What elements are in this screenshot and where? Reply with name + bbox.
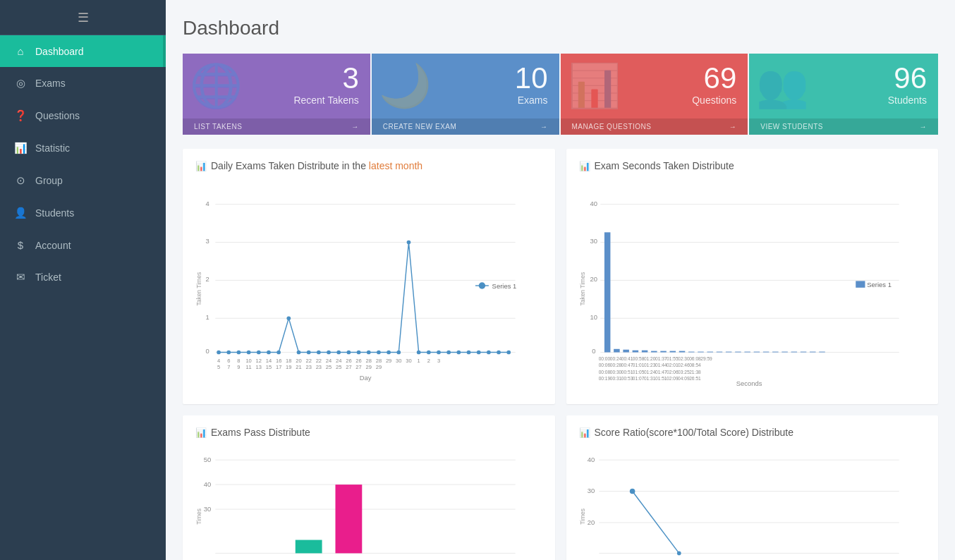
svg-point-40 — [506, 351, 511, 355]
chart-title-seconds: 📊 Exam Seconds Taken Distribute — [579, 160, 926, 171]
svg-text:30: 30 — [406, 358, 411, 364]
sidebar-nav: ⌂ Dashboard ◎ Exams ❓ Questions 📊 Statis… — [0, 35, 166, 293]
arrow-icon: → — [729, 123, 737, 130]
svg-text:Times: Times — [195, 509, 202, 525]
chart-row-1: 📊 Daily Exams Taken Distribute in the la… — [183, 149, 938, 404]
students-icon: 👤 — [14, 207, 27, 219]
chart-title-pass: 📊 Exams Pass Distribute — [195, 427, 542, 438]
svg-rect-101 — [651, 351, 657, 353]
svg-text:2: 2 — [427, 358, 430, 364]
svg-point-24 — [347, 351, 351, 355]
sidebar-item-group[interactable]: ⊙ Group — [0, 164, 166, 197]
sidebar: ☰ ⌂ Dashboard ◎ Exams ❓ Questions 📊 Stat… — [0, 0, 166, 560]
svg-text:00:58: 00:58 — [632, 356, 644, 361]
score-ratio-svg: 40 30 20 Times — [579, 446, 926, 560]
svg-text:01:37: 01:37 — [655, 356, 667, 361]
sidebar-item-account[interactable]: $ Account — [0, 229, 166, 261]
stat-card-students[interactable]: 👥 96 Students VIEW STUDENTS → — [749, 54, 938, 135]
sidebar-item-label: Dashboard — [35, 46, 84, 57]
svg-text:14: 14 — [266, 358, 272, 364]
chart-bar-icon3: 📊 — [195, 427, 207, 438]
sidebar-item-exams[interactable]: ◎ Exams — [0, 67, 166, 99]
svg-text:20: 20 — [590, 275, 597, 283]
svg-text:8: 8 — [237, 358, 240, 364]
svg-point-38 — [487, 351, 491, 355]
svg-text:20: 20 — [587, 518, 595, 526]
questions-icon: ❓ — [14, 109, 27, 122]
svg-text:03:25: 03:25 — [678, 370, 690, 375]
sidebar-item-ticket[interactable]: ✉ Ticket — [0, 261, 166, 293]
svg-text:1: 1 — [418, 358, 420, 364]
chart-title-daily: 📊 Daily Exams Taken Distribute in the la… — [195, 160, 542, 171]
svg-point-11 — [217, 351, 221, 355]
svg-text:25: 25 — [326, 364, 331, 370]
stat-footer[interactable]: CREATE NEW EXAM → — [372, 118, 559, 135]
sidebar-item-students[interactable]: 👤 Students — [0, 197, 166, 229]
svg-text:40: 40 — [590, 200, 597, 207]
sidebar-header: ☰ — [0, 0, 166, 35]
svg-point-25 — [357, 351, 361, 355]
svg-text:50: 50 — [204, 456, 212, 463]
svg-text:01:31: 01:31 — [643, 376, 655, 381]
svg-point-34 — [446, 351, 451, 355]
card-bg-globe-icon: 🌐 — [190, 61, 243, 111]
svg-text:7: 7 — [227, 364, 230, 370]
arrow-icon: → — [351, 123, 359, 130]
stat-card-takens[interactable]: 🌐 3 Recent Takens LIST TAKENS → — [183, 54, 370, 135]
hamburger-icon[interactable]: ☰ — [78, 10, 89, 25]
exams-pass-chart-area: 50 40 30 Times — [195, 446, 542, 560]
sidebar-item-dashboard[interactable]: ⌂ Dashboard — [0, 35, 166, 67]
stat-footer[interactable]: VIEW STUDENTS → — [749, 118, 938, 135]
svg-text:01:44: 01:44 — [655, 363, 667, 367]
svg-point-15 — [257, 351, 261, 355]
svg-rect-99 — [632, 351, 638, 353]
svg-text:01:01: 01:01 — [632, 363, 644, 367]
svg-rect-113 — [762, 352, 769, 353]
svg-point-19 — [297, 351, 301, 355]
svg-text:Seconds: Seconds — [736, 379, 762, 387]
svg-text:00:47: 00:47 — [621, 363, 633, 367]
score-ratio-chart-area: 40 30 20 Times — [579, 446, 926, 560]
svg-text:27: 27 — [346, 364, 351, 370]
svg-point-35 — [457, 351, 461, 355]
svg-text:01:51: 01:51 — [655, 376, 667, 381]
ticket-icon: ✉ — [14, 271, 27, 284]
svg-text:21:38: 21:38 — [689, 370, 701, 375]
svg-text:Series 1: Series 1 — [492, 282, 517, 290]
sidebar-item-label: Group — [35, 175, 63, 186]
svg-text:0: 0 — [205, 347, 209, 355]
svg-text:23: 23 — [316, 364, 322, 370]
stat-footer[interactable]: LIST TAKENS → — [183, 118, 370, 135]
svg-text:00:51: 00:51 — [621, 370, 633, 375]
svg-point-27 — [377, 351, 381, 355]
svg-text:17: 17 — [276, 364, 281, 370]
svg-point-33 — [437, 351, 441, 355]
sidebar-item-questions[interactable]: ❓ Questions — [0, 99, 166, 132]
svg-text:11: 11 — [245, 364, 251, 370]
svg-text:Taken Times: Taken Times — [579, 272, 586, 306]
sidebar-item-label: Questions — [35, 110, 80, 121]
svg-point-12 — [226, 351, 231, 355]
svg-text:40: 40 — [587, 456, 595, 463]
svg-text:02:46: 02:46 — [678, 363, 690, 367]
stat-card-questions[interactable]: 📊 69 Questions MANAGE QUESTIONS → — [561, 54, 748, 135]
stat-footer[interactable]: MANAGE QUESTIONS → — [561, 118, 748, 135]
svg-point-31 — [417, 351, 421, 355]
svg-text:1: 1 — [205, 313, 209, 321]
svg-rect-103 — [669, 351, 676, 353]
sidebar-item-statistic[interactable]: 📊 Statistic — [0, 132, 166, 164]
daily-exams-chart-panel: 📊 Daily Exams Taken Distribute in the la… — [183, 149, 555, 404]
stat-card-exams[interactable]: 🌙 10 Exams CREATE NEW EXAM → — [372, 54, 559, 135]
svg-text:02:01: 02:01 — [667, 363, 679, 367]
svg-text:30: 30 — [590, 237, 597, 245]
svg-point-29 — [396, 351, 401, 355]
home-icon: ⌂ — [14, 45, 27, 57]
svg-text:29: 29 — [376, 364, 382, 370]
chart-row-2: 📊 Exams Pass Distribute 50 40 30 Times — [183, 415, 938, 560]
exam-seconds-chart-panel: 📊 Exam Seconds Taken Distribute 40 30 20… — [566, 149, 939, 404]
svg-text:26: 26 — [346, 358, 351, 364]
sidebar-item-label: Students — [35, 207, 74, 219]
svg-text:22: 22 — [305, 358, 311, 364]
svg-text:06:08: 06:08 — [689, 356, 701, 361]
svg-text:26: 26 — [355, 358, 361, 364]
